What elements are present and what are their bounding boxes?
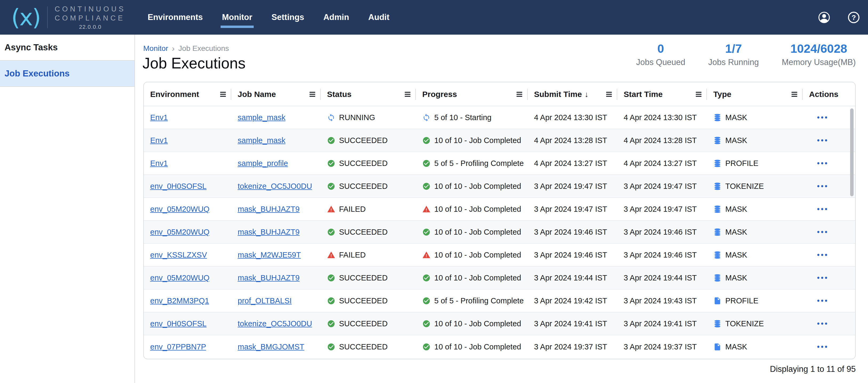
- version-label: 22.0.0.0: [55, 24, 126, 30]
- type-text: PROFILE: [725, 159, 758, 168]
- check-circle-icon: [327, 320, 335, 328]
- column-header-environment[interactable]: Environment: [144, 82, 231, 106]
- status-text: SUCCEEDED: [339, 297, 388, 305]
- file-icon: [713, 343, 721, 351]
- column-menu-icon[interactable]: [515, 90, 523, 98]
- column-header-submit-time[interactable]: Submit Time ↓: [528, 82, 617, 106]
- environment-link[interactable]: env_B2MM3PQ1: [150, 297, 209, 305]
- column-menu-icon[interactable]: [694, 90, 703, 98]
- environment-link[interactable]: env_05M20WUQ: [150, 274, 209, 282]
- environment-link[interactable]: Env1: [150, 136, 168, 145]
- table-scrollbar-thumb[interactable]: [850, 108, 854, 196]
- column-header-label: Job Name: [238, 90, 276, 99]
- column-header-type[interactable]: Type: [707, 82, 803, 106]
- sync-icon: [422, 113, 431, 122]
- column-header-progress[interactable]: Progress: [416, 82, 528, 106]
- column-menu-icon[interactable]: [790, 90, 798, 98]
- cell-actions: •••: [803, 312, 855, 335]
- job-name-link[interactable]: tokenize_OC5JO0DU: [238, 182, 312, 191]
- cell-actions: •••: [803, 198, 855, 220]
- help-icon[interactable]: ?: [847, 11, 860, 24]
- row-actions-button[interactable]: •••: [817, 113, 829, 122]
- row-actions-button[interactable]: •••: [817, 343, 829, 351]
- row-actions-button[interactable]: •••: [817, 297, 829, 305]
- breadcrumb-current: Job Executions: [178, 44, 229, 53]
- check-circle-icon: [327, 228, 335, 236]
- topbar: (x) CONTINUOUS COMPLIANCE 22.0.0.0 Envir…: [0, 0, 868, 35]
- type-text: MASK: [725, 136, 747, 145]
- check-circle-icon: [327, 136, 335, 145]
- nav-item-label: Settings: [272, 12, 304, 22]
- column-header-job-name[interactable]: Job Name: [231, 82, 321, 106]
- progress-text: 5 of 10 - Starting: [434, 113, 491, 122]
- column-menu-icon[interactable]: [605, 90, 613, 98]
- row-actions-button[interactable]: •••: [817, 205, 829, 213]
- row-actions-button[interactable]: •••: [817, 320, 829, 328]
- nav-item-settings[interactable]: Settings: [272, 12, 304, 22]
- environment-link[interactable]: env_0H0SOFSL: [150, 182, 207, 191]
- cell-job-name: mask_BMGJOMST: [231, 335, 321, 358]
- cell-job-name: mask_BUHJAZT9: [231, 267, 321, 289]
- environment-link[interactable]: env_0H0SOFSL: [150, 319, 207, 328]
- nav-item-admin[interactable]: Admin: [323, 12, 349, 22]
- nav-item-label: Admin: [323, 12, 349, 22]
- job-name-link[interactable]: tokenize_OC5JO0DU: [238, 319, 312, 328]
- column-header-actions[interactable]: Actions: [803, 82, 855, 106]
- nav-item-label: Monitor: [222, 12, 252, 22]
- check-circle-icon: [327, 343, 335, 351]
- row-actions-button[interactable]: •••: [817, 251, 829, 259]
- sort-desc-icon[interactable]: ↓: [584, 90, 588, 99]
- cell-status: SUCCEEDED: [321, 289, 416, 312]
- row-actions-button[interactable]: •••: [817, 159, 829, 168]
- cell-type: MASK: [707, 198, 803, 220]
- type-text: MASK: [725, 251, 747, 259]
- cell-actions: •••: [803, 175, 855, 197]
- job-name-link[interactable]: prof_OLTBALSI: [238, 297, 292, 305]
- nav-item-environments[interactable]: Environments: [148, 12, 203, 22]
- job-name-link[interactable]: sample_mask: [238, 136, 285, 145]
- nav-item-audit[interactable]: Audit: [368, 12, 390, 22]
- cell-type: MASK: [707, 129, 803, 151]
- sidebar-item-label: Async Tasks: [4, 42, 58, 53]
- cell-type: MASK: [707, 106, 803, 129]
- row-actions-button[interactable]: •••: [817, 228, 829, 236]
- cell-status: SUCCEEDED: [321, 335, 416, 358]
- table-row: env_05M20WUQ mask_BUHJAZT9 FAILED 10 of …: [144, 198, 855, 221]
- nav-item-monitor[interactable]: Monitor: [222, 12, 252, 22]
- environment-link[interactable]: env_KSSLZXSV: [150, 251, 207, 259]
- environment-link[interactable]: env_05M20WUQ: [150, 228, 209, 237]
- job-name-link[interactable]: sample_profile: [238, 159, 288, 168]
- column-header-status[interactable]: Status: [321, 82, 416, 106]
- breadcrumb-monitor-link[interactable]: Monitor: [143, 44, 168, 53]
- column-header-start-time[interactable]: Start Time: [617, 82, 707, 106]
- environment-link[interactable]: env_05M20WUQ: [150, 205, 209, 214]
- row-actions-button[interactable]: •••: [817, 182, 829, 190]
- column-header-label: Environment: [150, 90, 199, 99]
- sidebar-item-async-tasks[interactable]: Async Tasks: [0, 35, 134, 61]
- job-executions-table: Environment Job Name Status Progress Sub…: [143, 82, 856, 359]
- environment-link[interactable]: Env1: [150, 113, 168, 122]
- row-actions-button[interactable]: •••: [817, 274, 829, 282]
- environment-link[interactable]: Env1: [150, 159, 168, 168]
- column-menu-icon[interactable]: [308, 90, 316, 98]
- column-menu-icon[interactable]: [219, 90, 227, 98]
- column-menu-icon[interactable]: [404, 90, 412, 98]
- stat-label: Memory Usage(MB): [782, 58, 856, 67]
- job-name-link[interactable]: sample_mask: [238, 113, 285, 122]
- job-name-link[interactable]: mask_BMGJOMST: [238, 343, 304, 351]
- cell-start-time: 3 Apr 2024 19:41 IST: [617, 312, 707, 335]
- nav-item-label: Environments: [148, 12, 203, 22]
- job-name-link[interactable]: mask_M2WJE59T: [238, 251, 301, 259]
- user-avatar-icon[interactable]: [818, 11, 830, 24]
- environment-link[interactable]: env_07PPBN7P: [150, 343, 206, 351]
- job-name-link[interactable]: mask_BUHJAZT9: [238, 205, 300, 214]
- job-name-link[interactable]: mask_BUHJAZT9: [238, 228, 300, 237]
- sidebar-item-job-executions[interactable]: Job Executions: [0, 61, 134, 87]
- stat-label: Jobs Running: [708, 58, 759, 67]
- job-name-link[interactable]: mask_BUHJAZT9: [238, 274, 300, 282]
- stat-memory-usage-mb-: 1024/6028 Memory Usage(MB): [782, 42, 856, 67]
- row-actions-button[interactable]: •••: [817, 136, 829, 145]
- primary-nav: Environments Monitor Settings Admin Audi…: [148, 0, 390, 35]
- check-circle-icon: [422, 297, 431, 305]
- cell-actions: •••: [803, 335, 855, 358]
